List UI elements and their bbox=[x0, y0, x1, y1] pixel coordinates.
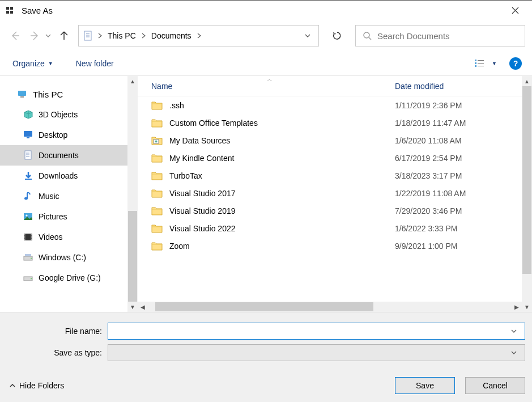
file-row[interactable]: Zoom 9/9/2021 1:00 PM bbox=[138, 237, 522, 255]
file-date: 6/17/2019 2:54 PM bbox=[388, 154, 522, 163]
tree-item-music[interactable]: Music bbox=[0, 186, 127, 206]
file-date: 3/18/2023 3:17 PM bbox=[388, 171, 522, 180]
filename-combobox[interactable] bbox=[108, 323, 525, 340]
forward-button[interactable] bbox=[26, 27, 43, 44]
tree-item-windows-c-[interactable]: Windows (C:) bbox=[0, 247, 127, 268]
tree-label: Music bbox=[39, 192, 59, 201]
back-button[interactable] bbox=[7, 27, 24, 44]
tree-this-pc[interactable]: This PC bbox=[0, 84, 127, 104]
app-icon bbox=[6, 6, 16, 16]
folder-icon bbox=[151, 188, 163, 198]
chevron-right-icon[interactable] bbox=[194, 33, 205, 39]
file-vscrollbar[interactable]: ▲ ▼ bbox=[522, 76, 532, 312]
new-folder-button[interactable]: New folder bbox=[74, 56, 116, 71]
svg-rect-12 bbox=[475, 62, 476, 64]
file-name: Custom Office Templates bbox=[169, 119, 258, 128]
close-button[interactable] bbox=[504, 2, 526, 19]
svg-rect-17 bbox=[20, 96, 24, 98]
svg-point-34 bbox=[31, 234, 32, 235]
view-options-button[interactable]: ▼ bbox=[473, 57, 499, 70]
file-name: .ssh bbox=[169, 101, 184, 110]
folder-icon bbox=[151, 118, 163, 128]
doc-icon bbox=[23, 150, 34, 161]
file-row[interactable]: My Data Sources 1/6/2020 11:08 AM bbox=[138, 132, 522, 149]
tree-label: Documents bbox=[39, 151, 79, 160]
svg-point-35 bbox=[31, 236, 32, 238]
tree-item-pictures[interactable]: Pictures bbox=[0, 206, 127, 227]
search-box[interactable] bbox=[355, 25, 525, 46]
scroll-right-icon[interactable]: ▶ bbox=[512, 304, 522, 310]
chevron-down-icon[interactable] bbox=[511, 329, 525, 333]
breadcrumb-documents[interactable]: Documents bbox=[149, 29, 194, 43]
savetype-label: Save as type: bbox=[7, 348, 108, 357]
svg-rect-4 bbox=[84, 31, 91, 40]
scroll-down-icon[interactable]: ▼ bbox=[130, 302, 135, 312]
file-row[interactable]: .ssh 1/11/2019 2:36 PM bbox=[138, 96, 522, 114]
svg-rect-2 bbox=[6, 11, 9, 14]
hide-folders-button[interactable]: Hide Folders bbox=[7, 379, 66, 392]
folder-icon bbox=[151, 206, 163, 216]
address-bar[interactable]: This PC Documents bbox=[78, 25, 319, 46]
refresh-button[interactable] bbox=[326, 25, 348, 46]
file-row[interactable]: Visual Studio 2017 1/22/2019 11:08 AM bbox=[138, 184, 522, 202]
filename-input[interactable] bbox=[108, 323, 511, 339]
chevron-down-icon: ▼ bbox=[48, 61, 53, 66]
chevron-right-icon[interactable] bbox=[138, 33, 149, 39]
file-row[interactable]: Visual Studio 2022 1/6/2022 3:33 PM bbox=[138, 219, 522, 237]
file-date: 9/9/2021 1:00 PM bbox=[388, 242, 522, 251]
chevron-right-icon[interactable] bbox=[95, 33, 105, 39]
svg-rect-39 bbox=[25, 254, 31, 256]
savetype-combobox[interactable] bbox=[108, 344, 525, 361]
tree-label: This PC bbox=[33, 90, 63, 99]
svg-point-38 bbox=[31, 258, 32, 259]
svg-rect-16 bbox=[18, 91, 26, 96]
tree-label: Videos bbox=[39, 232, 63, 242]
column-header-date[interactable]: Date modified bbox=[388, 82, 522, 91]
breadcrumb-this-pc[interactable]: This PC bbox=[105, 29, 138, 43]
organize-button[interactable]: Organize ▼ bbox=[10, 56, 56, 71]
save-button[interactable]: Save bbox=[395, 377, 455, 394]
svg-point-43 bbox=[155, 141, 158, 143]
window-title: Save As bbox=[22, 6, 53, 15]
pc-icon bbox=[17, 88, 28, 100]
chevron-down-icon[interactable] bbox=[511, 350, 525, 355]
scroll-up-icon[interactable]: ▲ bbox=[524, 76, 530, 86]
sort-indicator-icon: ︿ bbox=[267, 75, 273, 83]
scroll-up-icon[interactable]: ▲ bbox=[130, 76, 135, 86]
svg-rect-14 bbox=[475, 65, 476, 67]
up-button[interactable] bbox=[56, 27, 73, 44]
recent-locations-button[interactable] bbox=[45, 33, 53, 38]
tree-scrollbar[interactable]: ▲ ▼ bbox=[127, 76, 138, 312]
download-icon bbox=[23, 170, 34, 181]
tree-item-downloads[interactable]: Downloads bbox=[0, 166, 127, 186]
tree-item-google-drive-g-[interactable]: Google Drive (G:) bbox=[0, 268, 127, 288]
search-input[interactable] bbox=[377, 31, 518, 41]
svg-point-41 bbox=[31, 278, 32, 280]
tree-item-3d-objects[interactable]: 3D Objects bbox=[0, 104, 127, 125]
file-row[interactable]: TurboTax 3/18/2023 3:17 PM bbox=[138, 167, 522, 184]
file-row[interactable]: My Kindle Content 6/17/2019 2:54 PM bbox=[138, 149, 522, 167]
file-hscrollbar[interactable]: ◀ ▶ bbox=[138, 302, 522, 312]
address-dropdown-button[interactable] bbox=[300, 33, 315, 38]
hide-folders-label: Hide Folders bbox=[19, 381, 64, 390]
file-date: 1/22/2019 11:08 AM bbox=[388, 189, 522, 198]
help-button[interactable]: ? bbox=[509, 57, 522, 70]
tree-item-videos[interactable]: Videos bbox=[0, 227, 127, 247]
folder-icon bbox=[151, 223, 163, 234]
svg-point-32 bbox=[24, 236, 25, 238]
file-row[interactable]: Custom Office Templates 1/18/2019 11:47 … bbox=[138, 114, 522, 132]
tree-label: Pictures bbox=[39, 212, 67, 221]
folder-icon bbox=[151, 153, 163, 163]
folder-icon bbox=[151, 171, 163, 181]
tree-item-desktop[interactable]: Desktop bbox=[0, 125, 127, 145]
svg-rect-19 bbox=[27, 137, 29, 138]
cancel-button[interactable]: Cancel bbox=[465, 377, 525, 394]
pictures-icon bbox=[23, 211, 34, 222]
organize-label: Organize bbox=[12, 59, 45, 68]
file-name: Visual Studio 2019 bbox=[169, 206, 236, 215]
column-header-name[interactable]: Name bbox=[138, 82, 388, 91]
scroll-left-icon[interactable]: ◀ bbox=[138, 304, 148, 310]
file-row[interactable]: Visual Studio 2019 7/29/2020 3:46 PM bbox=[138, 202, 522, 219]
tree-item-documents[interactable]: Documents bbox=[0, 145, 127, 166]
scroll-down-icon[interactable]: ▼ bbox=[524, 302, 530, 312]
